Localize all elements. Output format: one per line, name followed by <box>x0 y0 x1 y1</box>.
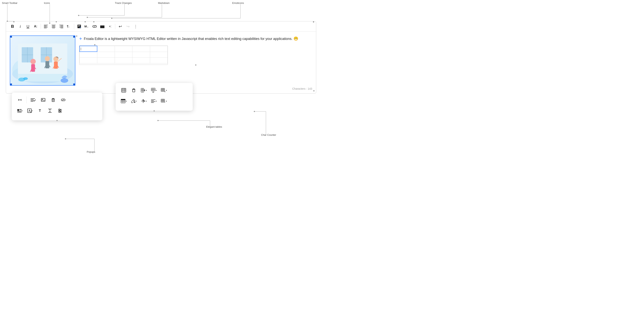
table-popup-bottom-dot <box>154 110 155 112</box>
svg-text:¶: ¶ <box>67 25 68 28</box>
popup-size-button[interactable] <box>46 106 54 115</box>
svg-point-96 <box>59 109 60 110</box>
track-changes-dot <box>84 21 86 22</box>
svg-rect-35 <box>60 28 63 28</box>
paragraph-button[interactable]: ¶ : <box>66 23 72 30</box>
illustration <box>10 36 75 85</box>
svg-rect-39 <box>78 25 80 26</box>
char-counter: Characters : 143 <box>292 87 312 90</box>
image-popup: ▾ <box>12 93 102 120</box>
svg-rect-27 <box>44 28 47 28</box>
svg-rect-75 <box>31 100 35 101</box>
image-area[interactable] <box>10 36 75 86</box>
insert-cell-arrow: ▾ <box>146 100 147 102</box>
popup-align-button[interactable]: ▾ <box>29 96 38 104</box>
svg-point-23 <box>254 111 255 112</box>
popup-float-left-button[interactable]: ▾ <box>16 106 24 115</box>
text-area: ✈ Froala Editor is a lightweight WYSIWYG… <box>79 36 312 90</box>
table-popup-insert-cell-btn[interactable]: ▾ <box>140 97 148 105</box>
track-changes-button[interactable] <box>76 23 83 30</box>
popup-delete-button[interactable] <box>49 96 58 104</box>
table-cell-32 <box>97 58 115 63</box>
popup-style-button[interactable]: ▾ <box>26 106 34 115</box>
table-area <box>79 46 168 65</box>
table-popup-vert-align-btn[interactable]: ▾ <box>160 97 168 105</box>
table-popup-delete-btn[interactable] <box>130 86 138 95</box>
send-icon: ✈ <box>79 37 82 41</box>
table-popup-insert-col-btn[interactable]: ▾ <box>140 86 148 95</box>
table-popup-row-2: ▾ ▾ ▾ <box>120 97 189 105</box>
svg-rect-31 <box>52 28 55 28</box>
table-row-2 <box>80 52 168 58</box>
svg-rect-133 <box>151 101 154 101</box>
table-cell-active[interactable] <box>80 46 97 52</box>
svg-point-98 <box>59 111 60 112</box>
align-right-button[interactable] <box>58 23 65 30</box>
link-button[interactable] <box>91 23 98 30</box>
svg-point-99 <box>60 112 61 113</box>
table-popup-insert-row-btn[interactable]: ▾ <box>150 86 158 95</box>
corner-handle-tr[interactable] <box>73 36 75 38</box>
table-cell-21 <box>80 52 97 58</box>
table-cell-14 <box>132 46 150 52</box>
svg-rect-40 <box>78 26 80 27</box>
svg-rect-26 <box>44 27 48 27</box>
insert-button[interactable]: +: <box>106 23 114 30</box>
table-cell-15 <box>150 46 168 52</box>
table-wrapper <box>79 46 312 65</box>
underline-button[interactable]: U <box>24 23 32 30</box>
text-area-dot <box>94 44 96 45</box>
table-popup-header-btn[interactable]: ▾ <box>120 97 128 105</box>
svg-rect-118 <box>161 88 164 91</box>
markdown-button[interactable]: M ↓ <box>84 23 90 30</box>
more-button[interactable]: ⋮ <box>132 23 139 30</box>
label-popups: Popups <box>87 150 95 153</box>
svg-text:↓: ↓ <box>87 25 88 28</box>
popup-replace-button[interactable] <box>16 96 24 104</box>
svg-rect-74 <box>31 99 34 100</box>
icons-dot <box>56 21 57 22</box>
table-cell-12 <box>97 46 115 52</box>
svg-rect-135 <box>151 102 154 103</box>
popup-text-wrap-button[interactable]: T <box>36 106 44 115</box>
svg-rect-25 <box>44 26 47 26</box>
svg-point-57 <box>30 59 36 64</box>
markdown-dot <box>93 21 94 22</box>
table-bottom-dot <box>195 64 196 66</box>
svg-rect-84 <box>20 110 22 110</box>
corner-handle-tl[interactable] <box>10 36 12 38</box>
svg-rect-136 <box>161 99 164 102</box>
svg-rect-105 <box>132 90 135 92</box>
table-popup-style-star-btn[interactable]: ▾ <box>160 86 168 95</box>
redo-button[interactable]: ↪ <box>124 23 132 30</box>
table-popup-fill-btn[interactable]: ▾ <box>130 97 138 105</box>
svg-rect-33 <box>60 26 63 26</box>
align-center-button[interactable] <box>50 23 57 30</box>
svg-point-71 <box>23 77 28 80</box>
corner-handle-bl[interactable] <box>10 84 12 85</box>
table-popup-horiz-align-btn[interactable]: ▾ <box>150 97 158 105</box>
italic-button[interactable]: i <box>17 23 24 30</box>
vert-align-star-arrow: ▾ <box>166 100 167 102</box>
table-cell-35 <box>150 58 168 63</box>
undo-button[interactable]: ↩ <box>117 23 124 30</box>
svg-rect-85 <box>17 111 22 112</box>
table <box>80 46 168 64</box>
popup-link-button[interactable] <box>59 96 68 104</box>
popup-advanced-button[interactable] <box>56 106 64 115</box>
font-size-button[interactable]: A: <box>32 23 39 30</box>
folder-button[interactable] <box>99 23 106 30</box>
style-star-arrow: ▾ <box>166 89 167 91</box>
align-left-button[interactable] <box>42 23 49 30</box>
svg-rect-83 <box>20 109 22 110</box>
corner-handle-br[interactable] <box>73 84 75 85</box>
svg-rect-77 <box>41 98 45 101</box>
toolbar: B i U A: <box>6 22 316 32</box>
label-elegant-tables: Elegant tables <box>206 125 222 128</box>
bold-button[interactable]: B <box>9 23 16 30</box>
insert-row-arrow: ▾ <box>156 89 157 91</box>
table-popup-table-btn[interactable] <box>120 86 128 95</box>
emoticons-dot-inline <box>313 22 314 23</box>
svg-rect-24 <box>44 25 48 25</box>
popup-insert-image-button[interactable] <box>39 96 48 104</box>
